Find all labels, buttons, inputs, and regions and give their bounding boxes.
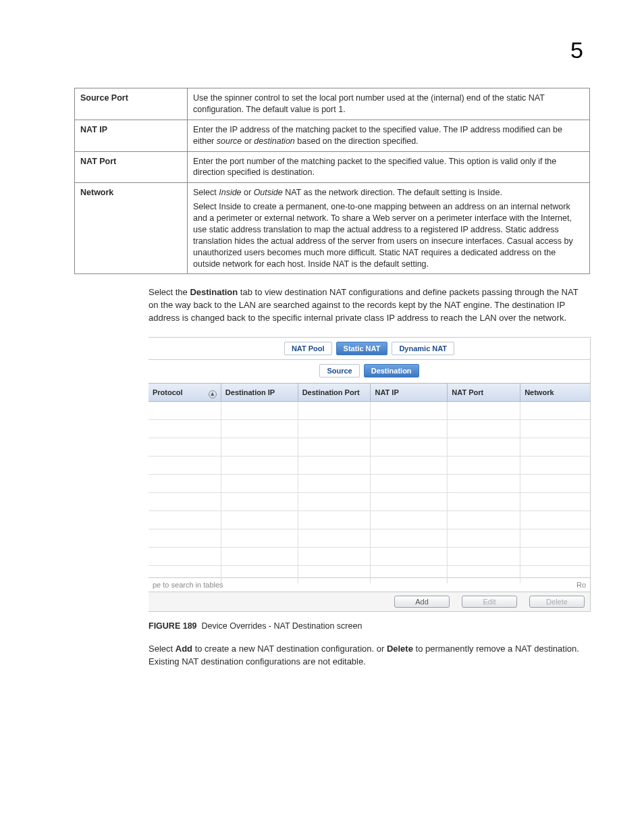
delete-button[interactable]: Delete xyxy=(529,596,585,608)
table-row[interactable] xyxy=(149,475,590,493)
param-description: Use the spinner control to set the local… xyxy=(188,88,590,120)
param-name: Network xyxy=(75,183,188,274)
table-row[interactable] xyxy=(149,457,590,475)
nat-destination-screenshot: NAT Pool Static NAT Dynamic NAT Source D… xyxy=(149,337,591,612)
param-name: NAT IP xyxy=(75,120,188,151)
grid-action-bar: Add Edit Delete xyxy=(149,592,590,611)
table-row[interactable] xyxy=(149,493,590,511)
search-input-fragment[interactable]: pe to search in tables xyxy=(153,581,223,589)
grid-body xyxy=(149,402,590,577)
col-destination-port[interactable]: Destination Port xyxy=(298,384,371,401)
page-number: 5 xyxy=(570,37,583,63)
param-description: Enter the IP address of the matching pac… xyxy=(188,120,590,151)
col-nat-ip[interactable]: NAT IP xyxy=(371,384,448,401)
param-row: NAT PortEnter the port number of the mat… xyxy=(75,151,590,183)
table-row[interactable] xyxy=(149,548,590,566)
col-network[interactable]: Network xyxy=(520,384,590,401)
destination-paragraph: Select the Destination tab to view desti… xyxy=(149,286,590,325)
param-row: Source PortUse the spinner control to se… xyxy=(75,88,590,120)
col-protocol[interactable]: Protocol ▲ xyxy=(149,384,221,401)
table-row[interactable] xyxy=(149,420,590,438)
col-nat-port[interactable]: NAT Port xyxy=(448,384,520,401)
param-row: NAT IPEnter the IP address of the matchi… xyxy=(75,120,590,151)
grid-header: Protocol ▲ Destination IP Destination Po… xyxy=(149,383,590,402)
col-destination-ip[interactable]: Destination IP xyxy=(221,384,298,401)
param-name: NAT Port xyxy=(75,151,188,183)
primary-tabs: NAT Pool Static NAT Dynamic NAT xyxy=(149,338,590,360)
sort-asc-icon[interactable]: ▲ xyxy=(209,390,217,398)
param-row: NetworkSelect Inside or Outside NAT as t… xyxy=(75,183,590,274)
edit-button[interactable]: Edit xyxy=(462,596,517,608)
table-row[interactable] xyxy=(149,402,590,420)
tab-static-nat[interactable]: Static NAT xyxy=(336,342,388,355)
param-name: Source Port xyxy=(75,88,188,120)
secondary-tabs: Source Destination xyxy=(149,360,590,383)
table-row[interactable] xyxy=(149,511,590,529)
table-row[interactable] xyxy=(149,438,590,457)
param-description: Select Inside or Outside NAT as the netw… xyxy=(188,183,590,274)
figure-caption: FIGURE 189 Device Overrides - NAT Destin… xyxy=(149,621,590,631)
tab-nat-pool[interactable]: NAT Pool xyxy=(284,342,332,355)
param-description: Enter the port number of the matching pa… xyxy=(188,151,590,183)
tab-source[interactable]: Source xyxy=(319,364,359,377)
row-count-fragment: Ro xyxy=(576,581,586,589)
add-delete-paragraph: Select Add to create a new NAT destinati… xyxy=(149,643,590,669)
table-row[interactable] xyxy=(149,529,590,548)
parameter-table: Source PortUse the spinner control to se… xyxy=(74,88,590,274)
tab-dynamic-nat[interactable]: Dynamic NAT xyxy=(392,342,454,355)
add-button[interactable]: Add xyxy=(394,596,450,608)
tab-destination[interactable]: Destination xyxy=(364,364,419,377)
